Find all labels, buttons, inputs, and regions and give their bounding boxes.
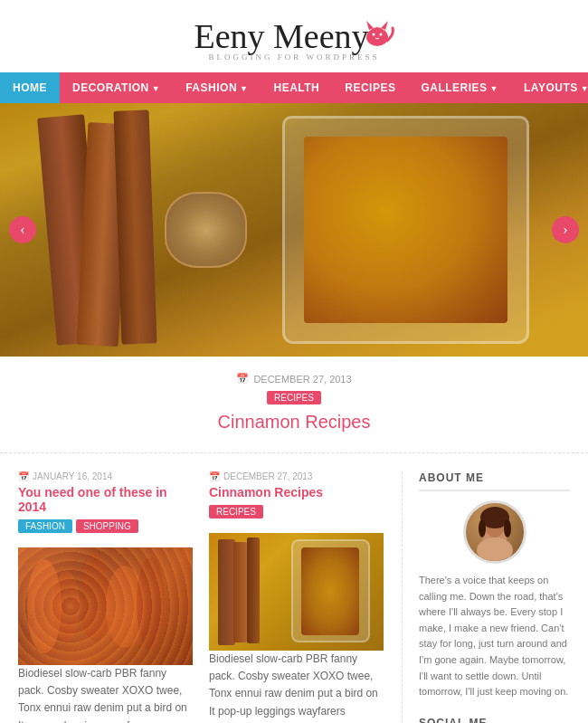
- logo-tagline: BLOGGING FOR WORDPRESS: [194, 52, 394, 62]
- post-title-1[interactable]: Cinnamon Recipes: [209, 485, 384, 499]
- slider-next-button[interactable]: ›: [552, 216, 579, 243]
- nav-link-fashion[interactable]: FASHION▼: [173, 72, 261, 103]
- sidebar-about-title: ABOUT ME: [419, 471, 570, 491]
- nav-arrow-decoration: ▼: [152, 84, 160, 93]
- about-text: There's a voice that keeps on calling me…: [419, 573, 570, 700]
- nav-item-home[interactable]: HOME: [0, 72, 60, 103]
- nav-item-fashion[interactable]: FASHION▼: [173, 72, 261, 103]
- post-card-0: 📅 JANUARY 16, 2014 You need one of these…: [18, 471, 193, 723]
- sidebar-social: SOCIAL ME f G+ P: [419, 717, 570, 723]
- avatar: [463, 500, 526, 564]
- nav-link-layouts[interactable]: LAYOUTS▼: [511, 72, 588, 103]
- featured-post-date: 📅 DECEMBER 27, 2013: [0, 373, 588, 385]
- post-tags-0: FASHION SHOPPING: [18, 519, 193, 540]
- nav-link-recipes[interactable]: RECIPES: [332, 72, 408, 103]
- candy-jar: [282, 116, 529, 344]
- twine-knot: [165, 192, 247, 268]
- nav-link-decoration[interactable]: DECORATION▼: [60, 72, 173, 103]
- main-nav: HOME DECORATION▼ FASHION▼ HEALTH RECIPES…: [0, 72, 588, 103]
- nav-link-health[interactable]: HEALTH: [261, 72, 332, 103]
- svg-marker-3: [381, 21, 388, 30]
- nav-item-recipes[interactable]: RECIPES: [332, 72, 408, 103]
- post-tag-shopping[interactable]: SHOPPING: [76, 519, 138, 533]
- nav-link-galleries[interactable]: GALLERIES▼: [408, 72, 511, 103]
- candy-fill: [304, 137, 507, 324]
- hero-slider: ‹ ›: [0, 103, 588, 357]
- nav-arrow-galleries: ▼: [490, 84, 498, 93]
- nav-arrow-fashion: ▼: [240, 84, 248, 93]
- post-tag-fashion[interactable]: FASHION: [18, 519, 72, 533]
- post-meta-0: 📅 JANUARY 16, 2014: [18, 471, 193, 481]
- sidebar-social-title: SOCIAL ME: [419, 717, 570, 723]
- main-content: 📅 JANUARY 16, 2014 You need one of these…: [18, 471, 403, 723]
- svg-point-11: [504, 519, 511, 537]
- cal-icon-0: 📅: [18, 471, 29, 481]
- cat-icon: [360, 12, 394, 52]
- svg-point-5: [379, 33, 382, 36]
- nav-item-galleries[interactable]: GALLERIES▼: [408, 72, 511, 103]
- slider-prev-button[interactable]: ‹: [9, 216, 36, 243]
- post-list: 📅 JANUARY 16, 2014 You need one of these…: [18, 471, 384, 723]
- nav-item-health[interactable]: HEALTH: [261, 72, 332, 103]
- nav-item-layouts[interactable]: LAYOUTS▼: [511, 72, 588, 103]
- svg-marker-2: [366, 21, 374, 30]
- nav-link-home[interactable]: HOME: [0, 72, 60, 103]
- post-card-1: 📅 DECEMBER 27, 2013 Cinnamon Recipes REC…: [209, 471, 384, 723]
- nav-arrow-layouts: ▼: [581, 84, 588, 93]
- sidebar-about: ABOUT ME There's a voice that keeps on c…: [419, 471, 570, 700]
- post-tags-1: RECIPES: [209, 505, 384, 526]
- site-header: Eeny Meeny BLOGGING FOR WORDPRESS: [0, 0, 588, 72]
- featured-post-tag[interactable]: RECIPES: [267, 391, 321, 404]
- avatar-face: [466, 503, 524, 561]
- svg-point-4: [372, 33, 375, 36]
- post-image-1: [209, 533, 384, 651]
- logo-text: Eeny Meeny: [194, 16, 368, 56]
- site-logo[interactable]: Eeny Meeny BLOGGING FOR WORDPRESS: [194, 16, 394, 62]
- post-meta-1: 📅 DECEMBER 27, 2013: [209, 471, 384, 481]
- cal-icon-1: 📅: [209, 471, 220, 481]
- post-excerpt-0: Biodiesel slow-carb PBR fanny pack. Cosb…: [18, 665, 193, 723]
- post-tag-recipes[interactable]: RECIPES: [209, 505, 263, 518]
- post-image-0: [18, 547, 193, 665]
- svg-point-7: [477, 537, 513, 561]
- nav-item-decoration[interactable]: DECORATION▼: [60, 72, 173, 103]
- post-excerpt-1: Biodiesel slow-carb PBR fanny pack. Cosb…: [209, 651, 384, 723]
- svg-point-1: [369, 27, 385, 43]
- featured-post: 📅 DECEMBER 27, 2013 RECIPES Cinnamon Rec…: [0, 357, 588, 453]
- slider-image: [0, 103, 588, 357]
- post-title-0[interactable]: You need one of these in 2014: [18, 485, 193, 514]
- content-area: 📅 JANUARY 16, 2014 You need one of these…: [0, 453, 588, 723]
- svg-point-10: [479, 519, 486, 537]
- calendar-icon: 📅: [236, 373, 249, 385]
- featured-post-title[interactable]: Cinnamon Recipes: [0, 412, 588, 433]
- sidebar: ABOUT ME There's a voice that keeps on c…: [403, 471, 570, 723]
